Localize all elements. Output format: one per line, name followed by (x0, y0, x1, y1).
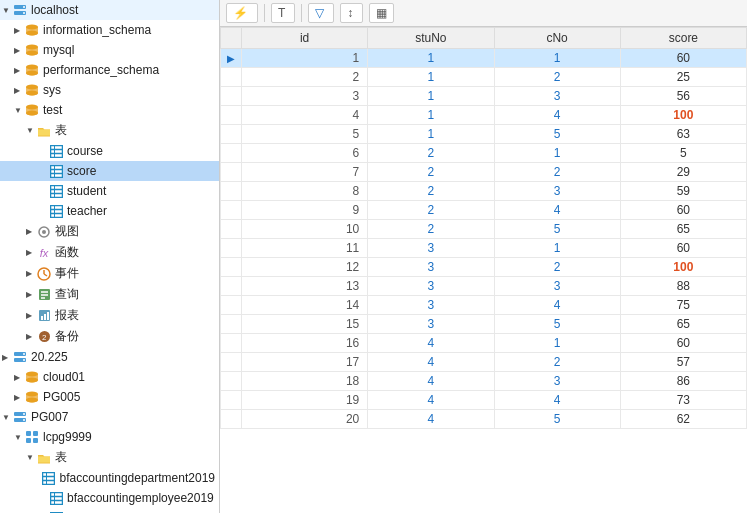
table-icon (41, 470, 57, 486)
svg-rect-14 (50, 145, 62, 157)
table-row[interactable]: 133388 (221, 277, 747, 296)
sidebar-item-label: 事件 (55, 265, 79, 282)
folder-icon (36, 450, 52, 466)
sidebar-item-label: 表 (55, 449, 67, 466)
sidebar-item-bfaccountingemployee2019[interactable]: bfaccountingemployee2019 (0, 488, 219, 508)
svg-rect-61 (43, 472, 55, 484)
svg-rect-18 (50, 165, 62, 177)
sidebar-item-mysql[interactable]: ▶mysql (0, 40, 219, 60)
cell-id: 8 (242, 182, 368, 201)
svg-point-9 (26, 71, 38, 76)
sidebar-item-bfaccountingdepartment2019[interactable]: bfaccountingdepartment2019 (0, 468, 219, 488)
cluster-icon (24, 429, 40, 445)
table-row[interactable]: 153565 (221, 315, 747, 334)
svg-text:2: 2 (42, 333, 47, 342)
table-row[interactable]: 82359 (221, 182, 747, 201)
text-button[interactable]: T (271, 3, 295, 23)
row-indicator (221, 391, 242, 410)
svg-rect-57 (26, 431, 31, 436)
row-indicator (221, 182, 242, 201)
sidebar-item-test-events[interactable]: ▶事件 (0, 263, 219, 284)
cell-stuno: 2 (368, 163, 494, 182)
view-icon (36, 224, 52, 240)
sidebar-item-test-views[interactable]: ▶视图 (0, 221, 219, 242)
sidebar-item-test-backup[interactable]: ▶2备份 (0, 326, 219, 347)
cell-id: 16 (242, 334, 368, 353)
transaction-icon: ⚡ (233, 6, 248, 20)
sidebar-item-test[interactable]: ▼test (0, 100, 219, 120)
sidebar-item-score[interactable]: score (0, 161, 219, 181)
table-row[interactable]: 113160 (221, 239, 747, 258)
sidebar-item-label: teacher (67, 204, 107, 218)
svg-point-3 (23, 12, 25, 14)
sidebar-item-label: sys (43, 83, 61, 97)
cell-id: 10 (242, 220, 368, 239)
table-row[interactable]: 204562 (221, 410, 747, 429)
table-row[interactable]: 72229 (221, 163, 747, 182)
sort-button[interactable]: ↕ (340, 3, 363, 23)
row-indicator (221, 163, 242, 182)
sidebar-item-lcpg9999-tables[interactable]: ▼表 (0, 447, 219, 468)
text-icon: T (278, 6, 285, 20)
sidebar-item-course[interactable]: course (0, 141, 219, 161)
cell-score: 56 (620, 87, 746, 106)
sidebar-item-performance_schema[interactable]: ▶performance_schema (0, 60, 219, 80)
sidebar-item-PG005[interactable]: ▶PG005 (0, 387, 219, 407)
cell-score: 63 (620, 125, 746, 144)
sidebar-item-label: PG007 (31, 410, 68, 424)
db-icon (24, 369, 40, 385)
table-row[interactable]: 143475 (221, 296, 747, 315)
cell-cno: 2 (494, 353, 620, 372)
db-icon (24, 42, 40, 58)
sidebar-item-teacher[interactable]: teacher (0, 201, 219, 221)
sidebar-item-test-queries[interactable]: ▶查询 (0, 284, 219, 305)
cell-stuno: 2 (368, 201, 494, 220)
filter-button[interactable]: ▽ (308, 3, 334, 23)
extra-icon: ▦ (376, 6, 387, 20)
table-row[interactable]: 164160 (221, 334, 747, 353)
cell-stuno: 4 (368, 372, 494, 391)
sidebar-item-bfaccountingorganization[interactable]: bfaccountingorganization (0, 508, 219, 513)
table-row[interactable]: 414100 (221, 106, 747, 125)
table-row[interactable]: 194473 (221, 391, 747, 410)
sidebar-item-test-reports[interactable]: ▶报表 (0, 305, 219, 326)
cell-cno: 2 (494, 163, 620, 182)
cell-cno: 1 (494, 334, 620, 353)
sidebar-item-student[interactable]: student (0, 181, 219, 201)
table-row[interactable]: 51563 (221, 125, 747, 144)
table-row[interactable]: 174257 (221, 353, 747, 372)
table-row[interactable]: 102565 (221, 220, 747, 239)
cell-cno: 5 (494, 315, 620, 334)
server-icon (12, 349, 28, 365)
row-indicator (221, 372, 242, 391)
extra-button[interactable]: ▦ (369, 3, 394, 23)
sidebar-item-localhost[interactable]: ▼localhost (0, 0, 219, 20)
table-row[interactable]: ▶11160 (221, 49, 747, 68)
cell-cno: 4 (494, 391, 620, 410)
table-row[interactable]: 6215 (221, 144, 747, 163)
sidebar-item-label: information_schema (43, 23, 151, 37)
sidebar-item-sys[interactable]: ▶sys (0, 80, 219, 100)
sidebar-item-information_schema[interactable]: ▶information_schema (0, 20, 219, 40)
svg-point-47 (23, 353, 25, 355)
cell-score: 60 (620, 201, 746, 220)
cell-cno: 1 (494, 239, 620, 258)
cell-stuno: 3 (368, 258, 494, 277)
sidebar-item-cloud01[interactable]: ▶cloud01 (0, 367, 219, 387)
sidebar-item-PG007[interactable]: ▼PG007 (0, 407, 219, 427)
cell-cno: 5 (494, 220, 620, 239)
begin-transaction-button[interactable]: ⚡ (226, 3, 258, 23)
row-indicator (221, 201, 242, 220)
table-row[interactable]: 92460 (221, 201, 747, 220)
cell-score: 29 (620, 163, 746, 182)
table-row[interactable]: 21225 (221, 68, 747, 87)
sidebar-item-test-tables[interactable]: ▼表 (0, 120, 219, 141)
separator-2 (301, 4, 302, 22)
sidebar-item-20.225[interactable]: ▶20.225 (0, 347, 219, 367)
table-row[interactable]: 184386 (221, 372, 747, 391)
table-row[interactable]: 1232100 (221, 258, 747, 277)
row-indicator (221, 258, 242, 277)
table-row[interactable]: 31356 (221, 87, 747, 106)
sidebar-item-lcpg9999[interactable]: ▼lcpg9999 (0, 427, 219, 447)
sidebar-item-test-funcs[interactable]: ▶fx函数 (0, 242, 219, 263)
